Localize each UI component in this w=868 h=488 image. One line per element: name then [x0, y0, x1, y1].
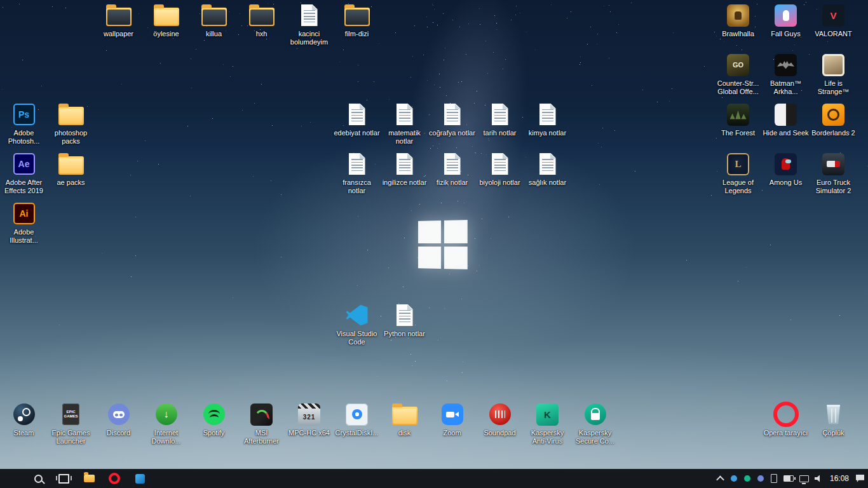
matematik-notlar-icon	[397, 104, 413, 125]
desktop-icon-copluk[interactable]: Çöplük	[810, 402, 857, 437]
volume-icon[interactable]	[815, 469, 823, 488]
desktop-icon-cografya-notlar[interactable]: coğrafya notlar	[428, 102, 476, 137]
search-icon	[34, 475, 43, 483]
desktop-icon-fransizca-notlar[interactable]: fransızca notlar	[333, 151, 381, 195]
copluk-icon	[826, 405, 841, 424]
start-button[interactable]	[0, 469, 25, 488]
task-view-button[interactable]	[51, 469, 76, 488]
desktop-icon-photoshop-packs[interactable]: photoshop packs	[47, 102, 95, 146]
desktop-icon-label: kimya notlar	[529, 129, 566, 137]
desktop-icon-label: Fall Guys	[771, 30, 800, 38]
desktop-icon-crystaldiskinfo[interactable]: CrystalDiskI...	[333, 402, 381, 437]
desktop-icon-label: ae packs	[57, 179, 85, 187]
desktop[interactable]: wallpaperöylesinekilluahxhkacinci bolumd…	[0, 0, 868, 488]
desktop-icon-label: MSI Afterburner	[238, 429, 285, 445]
saglik-notlar-icon	[539, 153, 556, 175]
kaspersky-anti-virus-icon: K	[536, 403, 559, 426]
tray-kaspersky-icon[interactable]	[743, 469, 751, 488]
pinned-media-app-icon	[135, 474, 145, 484]
ethernet-network-icon[interactable]	[799, 469, 809, 488]
action-center-icon[interactable]	[856, 469, 864, 488]
desktop-icon-mpc-hc-x64[interactable]: 321MPC-HC x64	[285, 402, 333, 437]
desktop-icon-visual-studio-code[interactable]: Visual Studio Code	[333, 302, 381, 346]
desktop-icon-soundpad[interactable]: Soundpad	[476, 402, 524, 437]
volume-glyph	[815, 475, 823, 483]
desktop-icon-ae-packs[interactable]: ae packs	[47, 151, 95, 187]
desktop-icon-ingilizce-notlar[interactable]: ingilizce notlar	[381, 151, 428, 187]
desktop-icon-batman-arkham[interactable]: Batman™ Arkha...	[762, 52, 810, 96]
tray-discord-icon[interactable]	[757, 469, 764, 488]
desktop-icon-opera-tarayici[interactable]: Opera tarayıcı	[762, 402, 810, 437]
desktop-icon-oylesine[interactable]: öylesine	[142, 3, 190, 38]
desktop-icon-label: photoshop packs	[48, 129, 95, 146]
desktop-icon-label: Python notlar	[384, 330, 425, 338]
desktop-icon-label: Batman™ Arkha...	[763, 79, 810, 96]
desktop-icon-among-us[interactable]: Among Us	[762, 151, 810, 187]
edebiyat-notlar-icon	[349, 104, 365, 125]
opera-tarayici-icon	[773, 402, 799, 427]
search-button[interactable]	[25, 469, 51, 488]
desktop-icon-the-forest[interactable]: The Forest	[714, 102, 762, 137]
desktop-icon-disk[interactable]: disk	[381, 402, 428, 437]
hidden-icons-icon[interactable]	[717, 469, 724, 488]
desktop-icon-brawlhalla[interactable]: Brawlhalla	[714, 3, 762, 38]
desktop-icon-adobe-illustrator[interactable]: AiAdobe Illustrat...	[0, 201, 48, 245]
desktop-icon-league-of-legends[interactable]: LLeague of Legends	[714, 151, 762, 195]
pinned-media-app-button[interactable]	[127, 469, 153, 488]
desktop-icon-kimya-notlar[interactable]: kimya notlar	[524, 102, 571, 137]
usb-device-icon[interactable]	[770, 469, 778, 488]
killua-icon	[201, 8, 227, 26]
battery-icon[interactable]	[783, 469, 794, 488]
desktop-icon-kacinci-bolumdeyim[interactable]: kacinci bolumdeyim	[285, 3, 333, 46]
desktop-icon-valorant[interactable]: VVALORANT	[810, 3, 857, 38]
internet-download-manager-icon: ↓	[156, 403, 177, 425]
desktop-icon-borderlands-2[interactable]: Borderlands 2	[810, 102, 857, 137]
file-explorer-icon	[84, 475, 95, 482]
desktop-icon-saglik-notlar[interactable]: sağlık notlar	[524, 151, 571, 187]
desktop-icon-epic-games-launcher[interactable]: EPIC GAMESEpic Games Launcher	[47, 402, 95, 445]
desktop-icon-label: Among Us	[770, 179, 802, 187]
desktop-icon-hxh[interactable]: hxh	[238, 3, 285, 38]
desktop-icon-spotify[interactable]: Spotify	[190, 402, 238, 437]
opera-taskbar-button[interactable]	[102, 469, 127, 488]
desktop-icon-label: killua	[206, 30, 222, 38]
clock[interactable]: 16:08	[829, 469, 850, 488]
film-dizi-icon	[344, 8, 370, 26]
desktop-icon-msi-afterburner[interactable]: MSI Afterburner	[238, 402, 285, 445]
desktop-icon-label: Kaspersky Anti-Virus	[524, 429, 571, 445]
desktop-icon-label: Visual Studio Code	[334, 330, 381, 346]
desktop-icon-label: Discord	[107, 429, 130, 437]
desktop-icon-label: MPC-HC x64	[288, 429, 330, 437]
desktop-icon-hide-and-seek[interactable]: Hide and Seek	[762, 102, 810, 137]
among-us-icon	[775, 153, 797, 175]
desktop-icon-film-dizi[interactable]: film-dizi	[333, 3, 381, 38]
desktop-icon-killua[interactable]: killua	[190, 3, 238, 38]
desktop-icon-adobe-after-effects-2019[interactable]: AeAdobe After Effects 2019	[0, 151, 48, 195]
desktop-icon-label: VALORANT	[815, 30, 851, 38]
desktop-icon-label: wallpaper	[104, 30, 133, 38]
desktop-icon-discord[interactable]: Discord	[95, 402, 142, 437]
desktop-icon-euro-truck-simulator-2[interactable]: Euro Truck Simulator 2	[810, 151, 857, 195]
desktop-icon-adobe-photoshop[interactable]: PsAdobe Photosh...	[0, 102, 48, 146]
desktop-icon-life-is-strange[interactable]: Life is Strange™	[810, 52, 857, 96]
fall-guys-icon	[775, 4, 797, 27]
desktop-icon-zoom[interactable]: Zoom	[428, 402, 476, 437]
desktop-icon-counter-strike-global-offensive[interactable]: GOCounter-Str... Global Offe...	[714, 52, 762, 96]
desktop-icon-kaspersky-secure-connection[interactable]: Kaspersky Secure Co...	[571, 402, 619, 445]
desktop-icon-kaspersky-anti-virus[interactable]: KKaspersky Anti-Virus	[524, 402, 571, 445]
desktop-icon-wallpaper[interactable]: wallpaper	[95, 3, 142, 38]
counter-strike-global-offensive-icon: GO	[727, 54, 749, 76]
desktop-icon-tarih-notlar[interactable]: tarih notlar	[476, 102, 524, 137]
tray-app-blue-icon[interactable]	[730, 469, 738, 488]
desktop-icon-fall-guys[interactable]: Fall Guys	[762, 3, 810, 38]
desktop-icon-matematik-notlar[interactable]: matematik notlar	[381, 102, 428, 146]
desktop-icon-python-notlar[interactable]: Python notlar	[381, 302, 428, 338]
desktop-icon-edebiyat-notlar[interactable]: edebiyat notlar	[333, 102, 381, 137]
desktop-icon-fizik-notlar[interactable]: fizik notlar	[428, 151, 476, 187]
desktop-icon-internet-download-manager[interactable]: ↓Internet Downlo...	[142, 402, 190, 445]
file-explorer-button[interactable]	[76, 469, 102, 488]
hxh-icon	[249, 8, 275, 26]
desktop-icon-steam[interactable]: Steam	[0, 402, 48, 437]
desktop-icon-biyoloji-notlar[interactable]: biyoloji notlar	[476, 151, 524, 187]
disk-icon	[392, 407, 417, 425]
